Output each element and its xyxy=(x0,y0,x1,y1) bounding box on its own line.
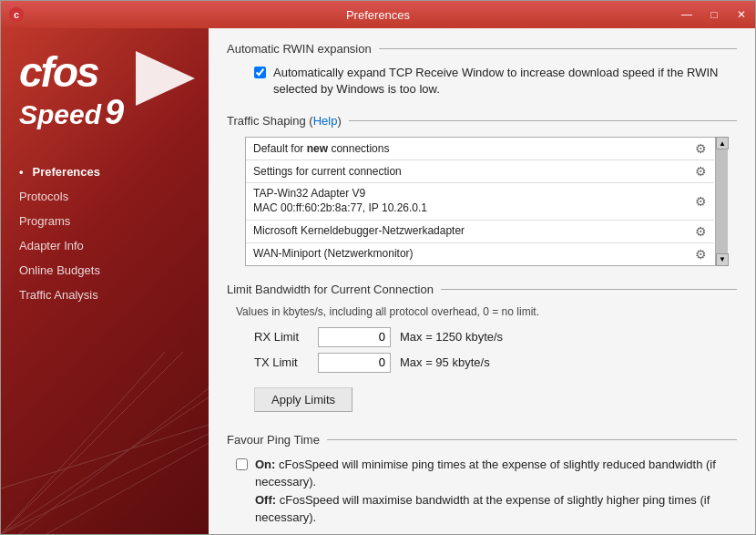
traffic-shaping-section: Traffic Shaping (Help) Default for new c… xyxy=(227,114,737,265)
maximize-button[interactable]: □ xyxy=(700,1,728,28)
tx-limit-input[interactable] xyxy=(318,353,391,373)
sidebar-item-traffic-analysis[interactable]: Traffic Analysis xyxy=(1,283,209,307)
sidebar-item-protocols[interactable]: Protocols xyxy=(1,184,209,209)
sidebar-item-preferences[interactable]: Preferences xyxy=(1,159,209,184)
svg-line-9 xyxy=(1,425,209,489)
svg-line-6 xyxy=(1,352,165,534)
sidebar-item-online-budgets[interactable]: Online Budgets xyxy=(1,258,209,283)
scroll-down-btn[interactable]: ▼ xyxy=(716,253,729,266)
sidebar-item-adapter-info[interactable]: Adapter Info xyxy=(1,233,209,258)
rwin-checkbox-row: Automatically expand TCP Receive Window … xyxy=(254,65,737,98)
svg-line-7 xyxy=(19,388,209,534)
ping-section: Favour Ping Time On: cFosSpeed will mini… xyxy=(227,433,737,527)
traffic-shaping-help-link[interactable]: Help xyxy=(313,114,338,128)
svg-line-3 xyxy=(1,397,209,534)
bandwidth-section: Limit Bandwidth for Current Connection V… xyxy=(227,283,737,417)
traffic-shaping-header: Traffic Shaping (Help) xyxy=(227,114,737,128)
logo-cfos: cfos xyxy=(19,51,124,93)
ping-checkbox[interactable] xyxy=(236,458,248,470)
ping-header: Favour Ping Time xyxy=(227,433,737,447)
shaping-row-3[interactable]: TAP-Win32 Adapter V9MAC 00:ff:60:2b:8a:7… xyxy=(246,183,714,220)
sidebar-item-programs[interactable]: Programs xyxy=(1,209,209,233)
window-title: Preferences xyxy=(346,8,410,22)
rwin-checkbox[interactable] xyxy=(254,67,266,78)
gear-icon-4[interactable]: ⚙ xyxy=(695,224,707,239)
logo-speed-text: Speed xyxy=(19,99,101,130)
svg-line-4 xyxy=(1,352,183,534)
right-panel: Automatic RWIN expansion Automatically e… xyxy=(209,28,755,534)
rx-max-label: Max = 1250 kbyte/s xyxy=(400,330,503,344)
tx-max-label: Max = 95 kbyte/s xyxy=(400,355,490,369)
rx-limit-label: RX Limit xyxy=(254,330,309,344)
scroll-up-btn[interactable]: ▲ xyxy=(716,137,729,149)
gear-icon-2[interactable]: ⚙ xyxy=(695,164,707,179)
minimize-button[interactable]: — xyxy=(673,1,700,28)
window-controls: — □ ✕ xyxy=(673,1,755,28)
svg-line-5 xyxy=(1,434,209,534)
sidebar: cfos Speed 9 Preferences xyxy=(1,28,209,534)
gear-icon-3[interactable]: ⚙ xyxy=(695,194,707,209)
shaping-scrollbar: ▲ ▼ xyxy=(715,137,728,265)
shaping-table-container: Default for new connections ⚙ Settings f… xyxy=(236,137,737,265)
logo-arrow xyxy=(136,51,195,106)
main-window: c Preferences — □ ✕ cfos Speed 9 xyxy=(0,0,756,535)
rwin-checkbox-label: Automatically expand TCP Receive Window … xyxy=(273,65,737,98)
tx-limit-row: TX Limit Max = 95 kbyte/s xyxy=(254,353,737,373)
shaping-row-1[interactable]: Default for new connections ⚙ xyxy=(246,138,714,160)
rx-limit-row: RX Limit Max = 1250 kbyte/s xyxy=(254,327,737,347)
sidebar-decoration xyxy=(1,352,209,534)
shaping-row-5[interactable]: WAN-Miniport (Netzwerkmonitor) ⚙ xyxy=(246,243,714,265)
bandwidth-description: Values in kbytes/s, including all protoc… xyxy=(236,305,737,318)
ping-checkbox-area: On: cFosSpeed will minimise ping times a… xyxy=(236,456,737,527)
shaping-row-4[interactable]: Microsoft Kerneldebugger-Netzwerkadapter… xyxy=(246,221,714,243)
app-icon: c xyxy=(8,6,25,23)
logo-version: 9 xyxy=(105,93,124,132)
title-bar: c Preferences — □ ✕ xyxy=(1,1,755,28)
shaping-table: Default for new connections ⚙ Settings f… xyxy=(245,137,728,265)
gear-icon-1[interactable]: ⚙ xyxy=(695,141,707,156)
logo-speed-row: Speed 9 xyxy=(19,93,124,132)
rx-limit-input[interactable] xyxy=(318,327,391,347)
bandwidth-header: Limit Bandwidth for Current Connection xyxy=(227,283,737,296)
main-content: cfos Speed 9 Preferences xyxy=(1,28,755,534)
sidebar-nav: Preferences Protocols Programs Adapter I… xyxy=(1,159,209,307)
tx-limit-label: TX Limit xyxy=(254,355,309,369)
rwin-header: Automatic RWIN expansion xyxy=(227,42,737,56)
scroll-track xyxy=(716,149,728,252)
shaping-row-2[interactable]: Settings for current connection ⚙ xyxy=(246,160,714,183)
logo-area: cfos Speed 9 xyxy=(1,37,209,150)
gear-icon-5[interactable]: ⚙ xyxy=(695,247,707,262)
ping-description: On: cFosSpeed will minimise ping times a… xyxy=(255,456,737,527)
svg-text:c: c xyxy=(14,9,19,20)
rwin-section: Automatic RWIN expansion Automatically e… xyxy=(227,42,737,98)
close-button[interactable]: ✕ xyxy=(728,1,755,28)
svg-marker-2 xyxy=(136,51,195,106)
ping-checkbox-row: On: cFosSpeed will minimise ping times a… xyxy=(236,456,737,527)
apply-limits-button[interactable]: Apply Limits xyxy=(254,387,352,412)
